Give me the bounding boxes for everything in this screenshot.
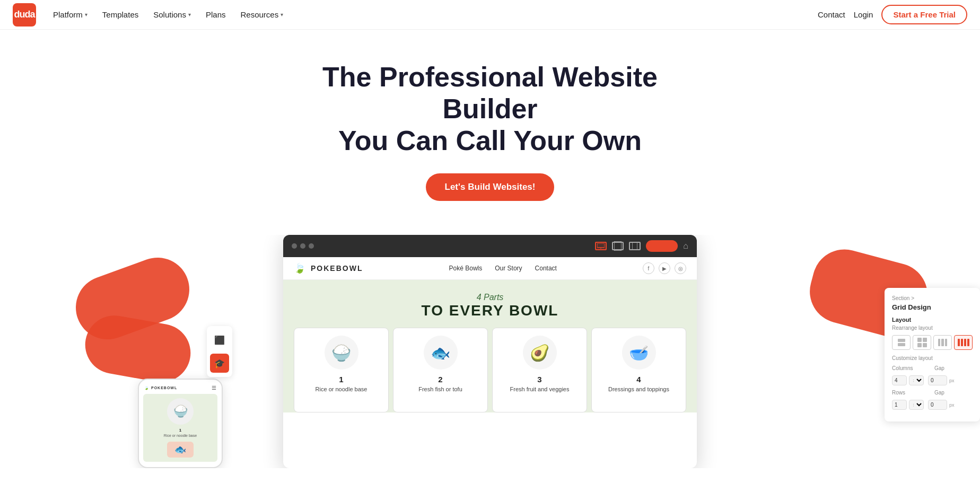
card-number-4: 4	[597, 375, 680, 384]
main-nav: duda Platform ▾ Templates Solutions ▾ Pl…	[0, 0, 980, 30]
site-nav-story[interactable]: Our Story	[495, 265, 522, 272]
rows-unit-select[interactable]: ↕	[909, 400, 924, 410]
nav-links: Platform ▾ Templates Solutions ▾ Plans R…	[47, 6, 290, 23]
nav-plans[interactable]: Plans	[199, 6, 232, 23]
layout-opt-1col[interactable]	[892, 335, 911, 350]
site-title: 4 Parts TO EVERY BOWL	[294, 293, 686, 319]
card-image-fish	[424, 336, 458, 370]
sidebar-tool-active[interactable]: 🎓	[210, 354, 229, 373]
site-card-3: 3 Fresh fruit and veggies	[492, 328, 587, 412]
browser-dot-2	[300, 243, 305, 249]
panel-rows-label: Rows	[892, 390, 930, 396]
panel-columns-row: Columns Gap	[892, 365, 973, 371]
browser-window: ⌂ 🍃 POKEBOWL Poké Bowls Our Story Contac…	[283, 235, 697, 468]
site-tagline-big: TO EVERY BOWL	[294, 302, 686, 319]
browser-home-icon[interactable]: ⌂	[683, 241, 688, 251]
mobile-food-image-fish: 🐟	[167, 442, 194, 458]
layout-options	[892, 335, 973, 350]
nav-left: duda Platform ▾ Templates Solutions ▾ Pl…	[13, 3, 290, 27]
layout-opt-4col[interactable]	[954, 335, 973, 350]
site-logo: 🍃 POKEBOWL	[294, 262, 363, 274]
device-tablet-icon[interactable]	[612, 242, 624, 250]
rows-gap-unit-label: px	[949, 402, 955, 408]
chevron-down-icon: ▾	[281, 12, 283, 17]
site-card-1: 1 Rice or noodle base	[294, 328, 389, 412]
mobile-hamburger-icon[interactable]: ☰	[212, 385, 216, 391]
svg-rect-0	[597, 243, 605, 248]
panel-layout-label: Layout	[892, 317, 973, 323]
nav-right: Contact Login Start a Free Trial	[818, 5, 967, 24]
columns-number-input[interactable]	[892, 375, 907, 385]
youtube-icon[interactable]: ▶	[659, 262, 670, 274]
mobile-site-name: POKEBOWL	[151, 386, 177, 390]
browser-device-icons: ⌂	[595, 240, 688, 252]
rows-gap-number-input[interactable]	[928, 400, 947, 410]
panel-gap-label: Gap	[934, 365, 973, 371]
sidebar-tool-layers[interactable]: ⬛	[210, 330, 229, 349]
rows-gap-input-group: px	[928, 400, 955, 410]
nav-templates[interactable]: Templates	[96, 6, 145, 23]
browser-orange-button[interactable]	[646, 240, 678, 252]
decorative-blob-2	[81, 311, 195, 387]
card-label-4: Dressings and toppings	[597, 386, 680, 392]
site-logo-icon: 🍃	[294, 262, 307, 274]
nav-contact[interactable]: Contact	[818, 10, 845, 19]
mobile-card-num: 1	[146, 428, 214, 433]
card-image-rice	[325, 336, 358, 370]
rows-number-input[interactable]	[892, 400, 907, 410]
card-number-2: 2	[399, 375, 482, 384]
demo-section: ⬛ 🎓 🍃 POKEBOWL ☰ 🍚 1 Rice or noodle base…	[0, 235, 980, 468]
panel-title: Grid Design	[892, 303, 973, 311]
mobile-food-image-rice: 🍚	[167, 398, 194, 425]
layout-grid-2x2	[917, 338, 927, 347]
layout-opt-2col[interactable]	[913, 335, 931, 350]
panel-section-label: Section >	[892, 295, 973, 301]
site-tagline-small: 4 Parts	[294, 293, 686, 302]
hero-headline: The Professional Website Builder You Can…	[299, 62, 681, 156]
svg-rect-3	[632, 242, 637, 250]
browser-dot-1	[292, 243, 297, 249]
site-nav: 🍃 POKEBOWL Poké Bowls Our Story Contact …	[283, 257, 697, 280]
mobile-logo: 🍃 POKEBOWL	[144, 386, 177, 390]
panel-customize-label: Customize layout	[892, 355, 973, 361]
panel-columns-inputs: ↕ px	[892, 375, 973, 385]
gap-unit-label: px	[949, 378, 955, 383]
site-content: 4 Parts TO EVERY BOWL 1 Rice or noodle b…	[283, 280, 697, 412]
start-trial-button[interactable]: Start a Free Trial	[881, 5, 967, 24]
columns-input-group: ↕	[892, 375, 924, 385]
facebook-icon[interactable]: f	[643, 262, 654, 274]
instagram-icon[interactable]: ◎	[675, 262, 686, 274]
rows-input-group: ↕	[892, 400, 924, 410]
site-cards-grid: 1 Rice or noodle base 2 Fresh fish or to…	[294, 328, 686, 412]
nav-solutions[interactable]: Solutions ▾	[147, 6, 197, 23]
hero-section: The Professional Website Builder You Can…	[0, 30, 980, 222]
panel-rows-inputs: ↕ px	[892, 400, 973, 410]
device-desktop-icon[interactable]	[595, 242, 607, 250]
nav-resources[interactable]: Resources ▾	[234, 6, 290, 23]
browser-chrome: ⌂	[283, 235, 697, 257]
site-name: POKEBOWL	[311, 264, 363, 273]
mobile-frame: 🍃 POKEBOWL ☰ 🍚 1 Rice or noodle base 🐟	[138, 379, 223, 468]
nav-login[interactable]: Login	[854, 10, 873, 19]
panel-rows-gap-label: Gap	[934, 390, 973, 396]
mobile-preview: 🍃 POKEBOWL ☰ 🍚 1 Rice or noodle base 🐟	[138, 379, 223, 468]
panel-columns-label: Columns	[892, 365, 930, 371]
card-label-2: Fresh fish or tofu	[399, 386, 482, 392]
site-nav-poke[interactable]: Poké Bowls	[449, 265, 483, 272]
chevron-down-icon: ▾	[85, 12, 88, 17]
gap-number-input[interactable]	[928, 375, 947, 385]
brand-logo[interactable]: duda	[13, 3, 36, 27]
columns-unit-select[interactable]: ↕	[909, 375, 924, 385]
mobile-card-label: Rice or noodle base	[146, 434, 214, 437]
card-image-sauce	[622, 336, 656, 370]
design-panel: Section > Grid Design Layout Rearrange l…	[885, 288, 980, 421]
site-nav-contact[interactable]: Contact	[535, 265, 557, 272]
device-mobile-icon[interactable]	[629, 242, 641, 250]
layout-opt-3col[interactable]	[933, 335, 952, 350]
site-card-2: 2 Fresh fish or tofu	[393, 328, 488, 412]
card-label-1: Rice or noodle base	[300, 386, 383, 392]
card-image-veggie	[523, 336, 557, 370]
nav-platform[interactable]: Platform ▾	[47, 6, 94, 23]
hero-cta-button[interactable]: Let's Build Websites!	[426, 173, 555, 201]
site-nav-links: Poké Bowls Our Story Contact	[449, 265, 557, 272]
